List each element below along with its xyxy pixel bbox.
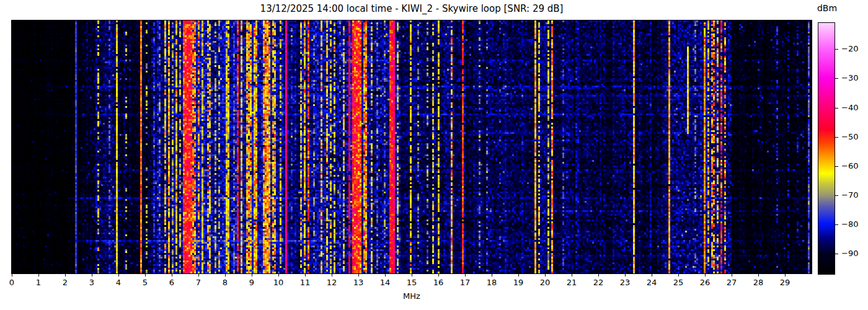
x-tick-mark [12,274,12,277]
x-tick-mark [38,274,39,277]
x-tick-label: 3 [82,278,101,287]
colorbar-tick-mark [835,166,838,167]
x-tick-mark [438,274,439,277]
x-tick-label: 15 [402,278,421,287]
x-tick-label: 16 [429,278,448,287]
x-tick-mark [492,274,492,277]
x-tick-mark [385,274,386,277]
x-tick-label: 22 [589,278,608,287]
x-tick-mark [198,274,199,277]
x-tick-label: 11 [296,278,314,287]
x-tick-mark [172,274,172,277]
waterfall-canvas [12,20,812,273]
colorbar-tick-label: −70 [841,190,858,200]
x-tick-label: 2 [56,278,74,287]
x-tick-mark [465,274,466,277]
colorbar-canvas [818,23,835,274]
x-tick-label: 12 [322,278,341,287]
x-tick-mark [678,274,679,277]
chart-title: 13/12/2025 14:00 local time - KIWI_2 - S… [12,3,812,14]
x-tick-label: 20 [536,278,554,287]
x-tick-mark [652,274,652,277]
x-tick-label: 13 [349,278,368,287]
x-tick-mark [785,274,786,277]
colorbar-tick-label: −20 [841,44,858,53]
x-axis-label: MHz [12,291,812,301]
x-tick-label: 17 [456,278,474,287]
colorbar-unit-label: dBm [811,3,843,13]
x-tick-mark [358,274,359,277]
x-tick-mark [118,274,119,277]
x-tick-label: 29 [776,278,794,287]
x-tick-mark [518,274,519,277]
x-tick-mark [625,274,626,277]
colorbar [818,22,835,275]
x-tick-mark [598,274,599,277]
x-tick-label: 23 [616,278,634,287]
x-tick-label: 19 [509,278,528,287]
x-tick-label: 10 [269,278,288,287]
x-tick-label: 24 [642,278,661,287]
x-tick-label: 4 [109,278,128,287]
x-tick-label: 8 [216,278,234,287]
page: { "chart_data": { "type": "heatmap", "ti… [0,0,868,310]
x-tick-label: 9 [242,278,261,287]
x-tick-mark [412,274,412,277]
x-tick-label: 5 [136,278,154,287]
x-tick-mark [225,274,226,277]
x-tick-label: 1 [29,278,48,287]
colorbar-tick-label: −40 [841,103,858,112]
x-tick-mark [252,274,252,277]
waterfall-plot [11,20,812,274]
x-tick-mark [545,274,546,277]
colorbar-tick-label: −90 [841,249,858,258]
x-tick-label: 0 [2,278,21,287]
colorbar-tick-mark [835,108,838,108]
x-tick-mark [65,274,66,277]
colorbar-tick-mark [835,78,838,79]
x-tick-label: 21 [562,278,581,287]
colorbar-tick-mark [835,254,838,254]
x-tick-mark [572,274,572,277]
colorbar-tick-label: −50 [841,132,858,141]
colorbar-tick-label: −60 [841,161,858,170]
x-tick-label: 28 [749,278,768,287]
x-tick-mark [758,274,759,277]
colorbar-tick-mark [835,195,838,196]
x-tick-label: 18 [482,278,501,287]
colorbar-tick-mark [835,49,838,50]
x-tick-label: 25 [669,278,688,287]
x-tick-mark [705,274,706,277]
x-tick-label: 27 [722,278,741,287]
x-tick-mark [278,274,279,277]
x-tick-label: 6 [162,278,181,287]
x-tick-label: 26 [696,278,714,287]
x-tick-mark [332,274,332,277]
x-tick-label: 14 [376,278,394,287]
x-tick-mark [305,274,306,277]
colorbar-tick-mark [835,137,838,138]
colorbar-tick-label: −80 [841,219,858,229]
x-tick-mark [92,274,92,277]
colorbar-tick-mark [835,224,838,225]
x-tick-mark [732,274,732,277]
spectrogram-figure: 13/12/2025 14:00 local time - KIWI_2 - S… [0,0,868,310]
x-tick-mark [145,274,146,277]
colorbar-tick-label: −30 [841,73,858,82]
x-tick-label: 7 [189,278,208,287]
